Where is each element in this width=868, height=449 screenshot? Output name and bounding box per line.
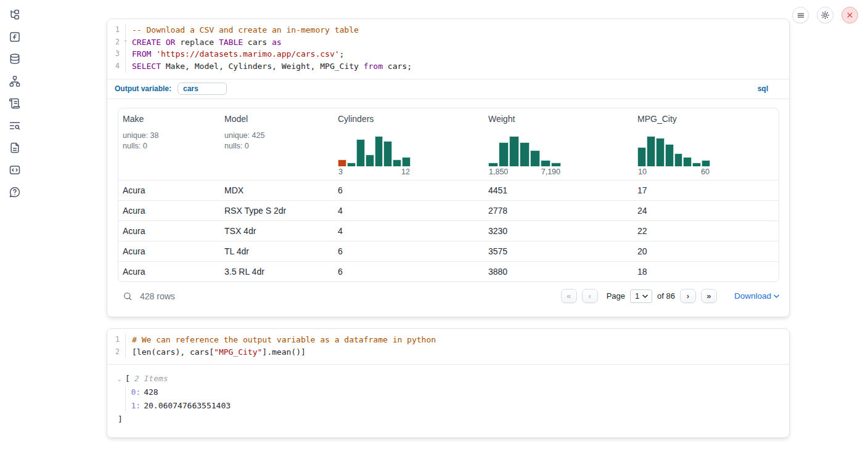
hist-min-label: 3 xyxy=(338,168,343,176)
histogram-bar[interactable] xyxy=(356,139,365,166)
column-stats: unique: 425nulls: 0 xyxy=(224,131,329,152)
histogram-bar[interactable] xyxy=(509,136,519,166)
line-number: 2 xyxy=(107,346,126,358)
histogram-bar[interactable] xyxy=(402,157,411,166)
variables-function-icon[interactable] xyxy=(9,31,21,43)
hist-max-label: 12 xyxy=(401,168,410,176)
histogram-bar[interactable] xyxy=(674,153,683,166)
line-number: 4 xyxy=(107,60,126,73)
histogram-bar[interactable] xyxy=(499,142,509,166)
histogram-bar[interactable] xyxy=(338,160,346,166)
result-output-tree: ⌄ [ 2 Items 0:4281:20.060747663551403 ] xyxy=(107,365,789,437)
entry-index: 0: xyxy=(131,387,141,397)
logs-search-icon[interactable] xyxy=(9,119,21,132)
histogram-bar[interactable] xyxy=(665,144,674,166)
histogram-bar[interactable] xyxy=(488,163,498,166)
table-cell: 3.5 RL 4dr xyxy=(220,267,334,277)
output-variable-input[interactable] xyxy=(178,83,227,95)
column-label: Weight xyxy=(488,114,628,124)
entry-value: 20.060747663551403 xyxy=(144,401,231,410)
histogram-bar[interactable] xyxy=(530,150,540,166)
settings-button[interactable] xyxy=(817,7,833,23)
histogram-bar[interactable] xyxy=(702,160,710,166)
last-page-button[interactable]: » xyxy=(701,289,717,303)
column-histogram: 312 xyxy=(338,134,411,176)
code-text: -- Download a CSV and create an in-memor… xyxy=(126,24,359,36)
column-header-mpg_city[interactable]: MPG_City1060 xyxy=(633,108,779,180)
page-label: Page xyxy=(607,291,625,301)
dependency-graph-icon[interactable] xyxy=(9,75,21,87)
file-explorer-tree-icon[interactable] xyxy=(9,9,21,21)
histogram-bar[interactable] xyxy=(520,142,530,166)
table-cell: 2778 xyxy=(484,206,633,216)
sql-cell: 1-- Download a CSV and create an in-memo… xyxy=(107,18,790,317)
search-icon[interactable] xyxy=(123,291,133,301)
row-count: 428 rows xyxy=(140,291,175,301)
column-header-cylinders[interactable]: Cylinders312 xyxy=(334,108,484,180)
line-number: 1 xyxy=(107,24,126,36)
scratchpad-scroll-icon[interactable] xyxy=(9,97,21,110)
shutdown-button[interactable] xyxy=(841,7,858,23)
histogram-bar[interactable] xyxy=(541,160,551,166)
download-button[interactable]: Download xyxy=(734,291,779,301)
histogram-bar[interactable] xyxy=(692,163,701,166)
column-header-weight[interactable]: Weight1,8507,190 xyxy=(484,108,633,180)
documentation-file-icon[interactable] xyxy=(9,142,21,154)
column-header-model[interactable]: Modelunique: 425nulls: 0 xyxy=(220,108,334,180)
entry-index: 1: xyxy=(131,401,141,410)
code-text: SELECT Make, Model, Cylinders, Weight, M… xyxy=(126,60,412,73)
table-cell: TL 4dr xyxy=(220,246,334,256)
histogram-bar[interactable] xyxy=(383,141,392,166)
code-text: [len(cars), cars["MPG_City"].mean()] xyxy=(126,346,306,358)
table-cell: Acura xyxy=(118,185,220,195)
code-line[interactable]: 1-- Download a CSV and create an in-memo… xyxy=(107,24,789,36)
code-line[interactable]: 2[len(cars), cars["MPG_City"].mean()] xyxy=(107,346,789,358)
chevron-down-icon[interactable]: ⌄ xyxy=(118,372,125,386)
sql-code-editor[interactable]: 1-- Download a CSV and create an in-memo… xyxy=(107,19,789,79)
code-text: FROM 'https://datasets.marimo.app/cars.c… xyxy=(126,48,344,60)
hist-min-label: 1,850 xyxy=(489,168,508,176)
next-page-button[interactable]: › xyxy=(680,289,696,303)
code-line[interactable]: 3FROM 'https://datasets.marimo.app/cars.… xyxy=(107,48,789,60)
histogram-bar[interactable] xyxy=(656,138,665,166)
hist-max-label: 7,190 xyxy=(541,168,560,176)
prev-page-button[interactable]: ‹ xyxy=(582,289,598,303)
datasources-database-icon[interactable] xyxy=(9,53,21,65)
histogram-bar[interactable] xyxy=(366,155,374,166)
histogram-bar[interactable] xyxy=(375,136,383,166)
hamburger-menu-button[interactable] xyxy=(792,7,809,23)
histogram-bar[interactable] xyxy=(637,147,646,166)
column-header-make[interactable]: Makeunique: 38nulls: 0 xyxy=(118,108,220,180)
table-cell: 3575 xyxy=(484,246,633,256)
table-cell: 6 xyxy=(334,246,484,256)
tree-children: 0:4281:20.060747663551403 xyxy=(125,386,790,413)
table-row[interactable]: Acura3.5 RL 4dr6388018 xyxy=(118,261,779,281)
table-row[interactable]: AcuraMDX6445117 xyxy=(118,180,779,200)
table-body: AcuraMDX6445117AcuraRSX Type S 2dr427782… xyxy=(118,180,779,281)
histogram-bar[interactable] xyxy=(551,163,561,166)
histogram-bar[interactable] xyxy=(393,160,401,166)
column-label: Cylinders xyxy=(338,114,479,124)
table-row[interactable]: AcuraTSX 4dr4323022 xyxy=(118,220,779,241)
download-label: Download xyxy=(734,291,771,301)
table-cell: TSX 4dr xyxy=(220,226,334,236)
line-number: 3 xyxy=(107,48,126,60)
table-cell: 6 xyxy=(334,267,484,277)
first-page-button[interactable]: « xyxy=(561,289,577,303)
table-cell: 3880 xyxy=(484,267,633,277)
table-row[interactable]: AcuraRSX Type S 2dr4277824 xyxy=(118,200,779,220)
help-chat-icon[interactable] xyxy=(9,186,21,198)
code-line[interactable]: 1# We can reference the output variable … xyxy=(107,334,789,346)
python-code-editor[interactable]: 1# We can reference the output variable … xyxy=(107,329,789,364)
code-line[interactable]: 4SELECT Make, Model, Cylinders, Weight, … xyxy=(107,60,789,73)
table-row[interactable]: AcuraTL 4dr6357520 xyxy=(118,241,779,261)
code-line[interactable]: 2⌄CREATE OR replace TABLE cars as xyxy=(107,36,789,49)
histogram-bar[interactable] xyxy=(647,136,655,166)
tree-entry: 0:428 xyxy=(131,386,790,399)
histogram-bar[interactable] xyxy=(683,157,692,166)
fold-chevron-icon[interactable]: ⌄ xyxy=(124,38,127,42)
histogram-bar[interactable] xyxy=(347,163,356,166)
snippets-code-icon[interactable] xyxy=(9,164,21,176)
line-number: 2⌄ xyxy=(107,36,126,49)
page-number-select[interactable]: 1 xyxy=(630,289,652,303)
